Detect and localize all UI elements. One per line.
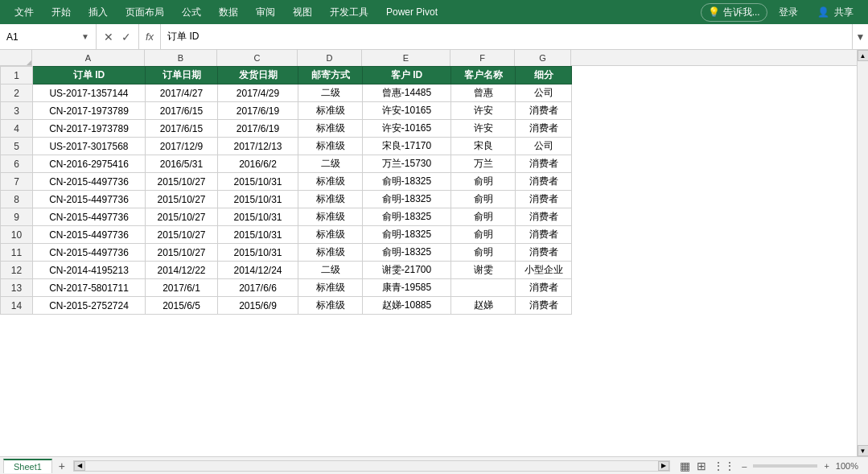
header-cell-d[interactable]: 邮寄方式: [298, 67, 363, 84]
cell-11-f[interactable]: 俞明: [451, 244, 516, 262]
cell-6-b[interactable]: 2016/5/31: [146, 155, 218, 173]
col-header-e[interactable]: E: [362, 50, 450, 66]
cell-6-a[interactable]: CN-2016-2975416: [33, 155, 146, 173]
cell-8-d[interactable]: 标准级: [298, 191, 363, 208]
menu-view[interactable]: 视图: [285, 2, 320, 23]
cell-7-g[interactable]: 消费者: [516, 173, 572, 191]
cell-4-a[interactable]: CN-2017-1973789: [33, 120, 146, 138]
menu-data[interactable]: 数据: [211, 2, 246, 23]
menu-file[interactable]: 文件: [6, 2, 42, 23]
formula-expand[interactable]: ▼: [852, 24, 868, 49]
header-cell-g[interactable]: 细分: [516, 67, 572, 84]
scroll-left-btn[interactable]: ◀: [74, 461, 85, 471]
cell-5-c[interactable]: 2017/12/13: [218, 138, 298, 155]
header-cell-a[interactable]: 订单 ID: [33, 67, 146, 84]
cell-6-c[interactable]: 2016/6/2: [218, 155, 298, 173]
cell-8-f[interactable]: 俞明: [451, 191, 516, 208]
cell-13-a[interactable]: CN-2017-5801711: [33, 279, 146, 297]
menu-login[interactable]: 登录: [771, 2, 806, 23]
cell-10-e[interactable]: 俞明-18325: [363, 226, 451, 244]
cell-8-a[interactable]: CN-2015-4497736: [33, 191, 146, 208]
cell-8-b[interactable]: 2015/10/27: [146, 191, 218, 208]
cell-2-e[interactable]: 曾惠-14485: [363, 84, 451, 102]
cell-14-c[interactable]: 2015/6/9: [218, 297, 298, 315]
cell-8-g[interactable]: 消费者: [516, 191, 572, 208]
cell-4-e[interactable]: 许安-10165: [363, 120, 451, 138]
cell-ref-box[interactable]: A1 ▼: [0, 24, 97, 49]
cell-14-b[interactable]: 2015/6/5: [146, 297, 218, 315]
cell-12-f[interactable]: 谢雯: [451, 262, 516, 279]
header-cell-c[interactable]: 发货日期: [218, 67, 298, 84]
sheet-tab-sheet1[interactable]: Sheet1: [3, 459, 52, 473]
cell-2-g[interactable]: 公司: [516, 84, 572, 102]
cell-14-e[interactable]: 赵娣-10885: [363, 297, 451, 315]
cell-3-d[interactable]: 标准级: [298, 102, 363, 120]
cell-3-b[interactable]: 2017/6/15: [146, 102, 218, 120]
cell-13-e[interactable]: 康青-19585: [363, 279, 451, 297]
col-header-g[interactable]: G: [515, 50, 571, 66]
cell-10-b[interactable]: 2015/10/27: [146, 226, 218, 244]
tell-me[interactable]: 💡 告诉我...: [701, 3, 767, 22]
cell-10-g[interactable]: 消费者: [516, 226, 572, 244]
zoom-slider[interactable]: [753, 464, 817, 468]
cell-11-c[interactable]: 2015/10/31: [218, 244, 298, 262]
scroll-right-btn[interactable]: ▶: [658, 461, 669, 471]
formula-content[interactable]: 订单 ID: [161, 30, 852, 43]
cell-3-g[interactable]: 消费者: [516, 102, 572, 120]
cell-3-c[interactable]: 2017/6/19: [218, 102, 298, 120]
menu-review[interactable]: 审阅: [248, 2, 283, 23]
cell-12-a[interactable]: CN-2014-4195213: [33, 262, 146, 279]
cell-12-c[interactable]: 2014/12/24: [218, 262, 298, 279]
cell-5-d[interactable]: 标准级: [298, 138, 363, 155]
horizontal-scrollbar[interactable]: ◀ ▶: [73, 460, 670, 472]
header-cell-e[interactable]: 客户 ID: [363, 67, 451, 84]
scroll-track-h[interactable]: [85, 461, 658, 471]
scroll-up-btn[interactable]: ▲: [858, 50, 869, 61]
cell-13-g[interactable]: 消费者: [516, 279, 572, 297]
cancel-icon[interactable]: ✕: [101, 29, 116, 45]
cell-ref-dropdown[interactable]: ▼: [81, 32, 89, 41]
cell-4-g[interactable]: 消费者: [516, 120, 572, 138]
cell-6-e[interactable]: 万兰-15730: [363, 155, 451, 173]
cell-10-c[interactable]: 2015/10/31: [218, 226, 298, 244]
cell-14-g[interactable]: 消费者: [516, 297, 572, 315]
cell-7-d[interactable]: 标准级: [298, 173, 363, 191]
cell-9-f[interactable]: 俞明: [451, 208, 516, 226]
cell-7-f[interactable]: 俞明: [451, 173, 516, 191]
cell-12-d[interactable]: 二级: [298, 262, 363, 279]
cell-11-e[interactable]: 俞明-18325: [363, 244, 451, 262]
cell-2-d[interactable]: 二级: [298, 84, 363, 102]
zoom-out[interactable]: –: [742, 461, 747, 471]
cell-7-a[interactable]: CN-2015-4497736: [33, 173, 146, 191]
scroll-track-v[interactable]: [858, 61, 869, 445]
confirm-icon[interactable]: ✓: [119, 29, 134, 45]
select-all[interactable]: [0, 50, 32, 66]
cell-9-e[interactable]: 俞明-18325: [363, 208, 451, 226]
add-sheet-button[interactable]: +: [54, 458, 70, 474]
col-header-f[interactable]: F: [450, 50, 515, 66]
cell-9-d[interactable]: 标准级: [298, 208, 363, 226]
cell-9-b[interactable]: 2015/10/27: [146, 208, 218, 226]
cell-8-e[interactable]: 俞明-18325: [363, 191, 451, 208]
zoom-in[interactable]: +: [824, 461, 829, 471]
cell-10-d[interactable]: 标准级: [298, 226, 363, 244]
cell-5-g[interactable]: 公司: [516, 138, 572, 155]
cell-7-e[interactable]: 俞明-18325: [363, 173, 451, 191]
cell-11-g[interactable]: 消费者: [516, 244, 572, 262]
cell-11-a[interactable]: CN-2015-4497736: [33, 244, 146, 262]
cell-4-f[interactable]: 许安: [451, 120, 516, 138]
cell-8-c[interactable]: 2015/10/31: [218, 191, 298, 208]
cell-5-b[interactable]: 2017/12/9: [146, 138, 218, 155]
header-cell-b[interactable]: 订单日期: [146, 67, 218, 84]
col-header-a[interactable]: A: [32, 50, 145, 66]
view-normal[interactable]: ▦: [680, 460, 690, 472]
cell-11-d[interactable]: 标准级: [298, 244, 363, 262]
cell-6-d[interactable]: 二级: [298, 155, 363, 173]
cell-3-e[interactable]: 许安-10165: [363, 102, 451, 120]
cell-14-f[interactable]: 赵娣: [451, 297, 516, 315]
cell-4-c[interactable]: 2017/6/19: [218, 120, 298, 138]
cell-3-f[interactable]: 许安: [451, 102, 516, 120]
cell-5-f[interactable]: 宋良: [451, 138, 516, 155]
col-header-c[interactable]: C: [217, 50, 298, 66]
cell-12-e[interactable]: 谢雯-21700: [363, 262, 451, 279]
